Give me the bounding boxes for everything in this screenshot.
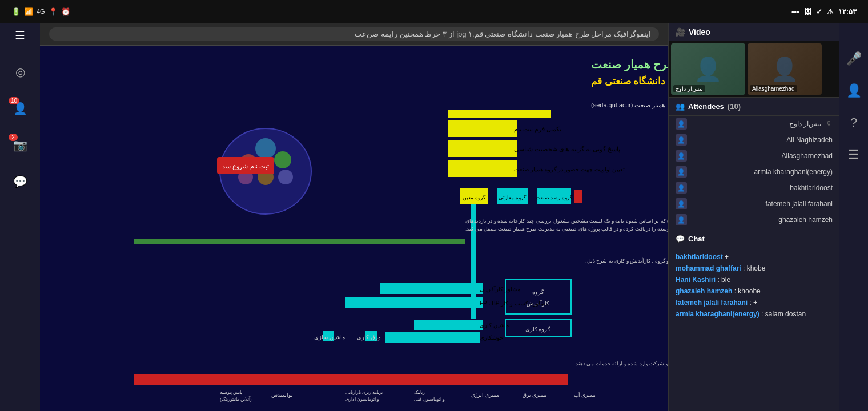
attendee-item-4: 👤 bakhtiaridoost [669, 180, 839, 196]
attendee-item-2: 👤 Aliasgharnezhad [669, 148, 839, 164]
menu-button[interactable]: ☰ [848, 147, 859, 162]
chat-messages: bakhtiaridoost + mohammad ghaffari : kho… [669, 248, 839, 411]
svg-rect-14 [448, 120, 517, 137]
svg-text:توانمندش: توانمندش [271, 392, 293, 398]
chat-icon: 💬 [13, 175, 27, 188]
attendee-name-5: fatemeh jalali farahani [692, 200, 833, 208]
svg-text:پایش پیوسته: پایش پیوسته [220, 390, 242, 395]
chat-text-5: : salam dostan [761, 310, 806, 318]
clock-display: ۱۲:۵۳ [838, 7, 857, 16]
left-sidebar: ☰ ◎ 10 👤 2 📷 💬 [0, 0, 40, 411]
attendee-name-3: armia kharaghani(energy) [692, 168, 833, 176]
svg-rect-18 [448, 160, 517, 177]
battery-icon: 🔋 [11, 7, 21, 16]
chat-text-4: : + [749, 299, 757, 307]
chat-sender-4: fatemeh jalali farahani [676, 299, 748, 307]
sidebar-item-menu[interactable]: ☰ [7, 23, 33, 48]
alarm-icon: ⏰ [61, 7, 70, 16]
status-bar: 🔋 📶 4G 📍 ⏰ ••• 🖼 ✓ ⚠ ۱۲:۵۳ [0, 0, 868, 23]
participant-name-1: یتس‌ار داوج [673, 85, 705, 92]
svg-text:استفاده از ظرفیت آزمایشگاهی و : استفاده از ظرفیت آزمایشگاهی و کارگاهی دا… [585, 257, 668, 264]
video-badge: 2 [9, 134, 18, 141]
svg-rect-35 [380, 283, 483, 294]
svg-text:گروه: گروه [532, 289, 544, 296]
attendee-name-6: ghazaleh hamzeh [692, 216, 833, 224]
help-button[interactable]: ? [850, 115, 857, 130]
microphone-button[interactable]: 🎤 [846, 51, 862, 66]
svg-text:جوشکاری: جوشکاری [480, 335, 503, 341]
svg-text:ورود به سایت همیار صنعت (seda.: ورود به سایت همیار صنعت (seda.qut.ac.ir) [591, 102, 668, 109]
svg-text:ثبت نام شروع شد: ثبت نام شروع شد [222, 163, 268, 170]
attendee-avatar-6: 👤 [676, 214, 687, 225]
attendee-name-4: bakhtiaridoost [692, 184, 833, 192]
4g-label: 4G [37, 8, 45, 15]
chat-message-0: bakhtiaridoost + [676, 253, 833, 261]
attendee-avatar-1: 👤 [676, 134, 687, 146]
svg-rect-43 [385, 332, 480, 342]
warning-icon: ⚠ [827, 7, 834, 16]
svg-text:مشاوره کسب و کار FP ، BP: مشاوره کسب و کار FP ، BP [480, 300, 548, 307]
chat-sender-0: bakhtiaridoost [676, 253, 723, 261]
sidebar-item-target[interactable]: ◎ [7, 59, 33, 84]
gallery-icon: 🖼 [804, 7, 811, 16]
svg-text:گروه رصد صنعت: گروه رصد صنعت [536, 194, 573, 201]
svg-text:ماشین کاری: ماشین کاری [480, 322, 509, 329]
chat-text-3: : khoobe [734, 287, 761, 295]
svg-rect-26 [574, 190, 582, 203]
chat-sender-5: armia kharaghani(energy) [676, 310, 760, 318]
chat-label: Chat [688, 235, 705, 243]
svg-text:میدان و مصاحبه با مدیران معضلا: میدان و مصاحبه با مدیران معضلات و طرح ها… [465, 226, 668, 232]
svg-text:مشاور کارآفرینی: مشاور کارآفرینی [480, 285, 520, 293]
attendees-label: Attendees [688, 102, 724, 111]
status-bar-left: 🔋 📶 4G 📍 ⏰ [11, 7, 70, 16]
attendee-avatar-5: 👤 [676, 198, 687, 209]
chat-message-1: mohammad ghaffari : khobe [676, 264, 833, 272]
video-thumb-2[interactable]: 👤 Aliasgharnezhad [748, 43, 822, 95]
video-camera-icon: 🎥 [676, 27, 685, 37]
svg-rect-50 [134, 374, 568, 385]
chat-message-2: Hani Kashiri : ble [676, 276, 833, 284]
more-icon: ••• [791, 7, 799, 16]
chat-message-4: fatemeh jalali farahani : + [676, 299, 833, 307]
video-header: 🎥 Video [669, 23, 839, 41]
svg-text:ورق کاری: ورق کاری [357, 334, 381, 341]
sidebar-item-people[interactable]: 10 👤 [7, 96, 33, 121]
attendees-header: 👥 Attendees (10) [669, 98, 839, 116]
sidebar-item-chat[interactable]: 💬 [7, 169, 33, 194]
svg-text:و اتوماسیون فنی: و اتوماسیون فنی [414, 397, 445, 402]
status-bar-right: ••• 🖼 ✓ ⚠ ۱۲:۵۳ [791, 7, 857, 16]
svg-rect-41 [414, 320, 483, 330]
video-thumb-1[interactable]: 👤 یتس‌ار داوج [671, 43, 745, 95]
attendees-count: (10) [728, 102, 741, 111]
attendee-avatar-2: 👤 [676, 150, 687, 162]
svg-text:ماشین سازی: ماشین سازی [314, 334, 345, 341]
video-section: 🎥 Video 👤 یتس‌ار داوج 👤 Aliasgharnezhad [669, 23, 839, 98]
person-button[interactable]: 👤 [846, 83, 862, 98]
chat-message-3: ghazaleh hamzeh : khoobe [676, 287, 833, 295]
location-icon: 📍 [49, 7, 58, 16]
chat-bubble-icon: 💬 [676, 235, 685, 243]
attendees-list: 👤 یتس‌ار داوج 🎙 👤 Ali Naghizadeh 👤 Alias… [669, 116, 839, 230]
svg-text:گروه کاری: گروه کاری [525, 326, 551, 333]
svg-rect-16 [448, 140, 517, 157]
svg-text:رباتیک: رباتیک [414, 390, 425, 395]
svg-text:ممیزی آب: ممیزی آب [574, 392, 596, 398]
chat-message-5: armia kharaghani(energy) : salam dostan [676, 310, 833, 318]
attendee-name-0: یتس‌ار داوج [692, 120, 821, 128]
main-content: اینفوگرافیک مراحل طرح همیار صنعت دانشگاه… [40, 23, 668, 411]
menu-icon: ☰ [15, 29, 25, 42]
chat-sender-1: mohammad ghaffari [676, 264, 741, 272]
svg-text:و اتوماسیون اداری: و اتوماسیون اداری [345, 397, 379, 402]
svg-text:ممیزی برق: ممیزی برق [523, 392, 546, 398]
attendees-icon: 👥 [676, 102, 685, 111]
right-icons: 🎤 👤 ? ☰ [839, 23, 868, 411]
mic-icon-0: 🎙 [826, 120, 833, 128]
chat-text-2: : ble [717, 276, 730, 284]
sidebar-item-video[interactable]: 2 📷 [7, 132, 33, 158]
video-thumbnails: 👤 یتس‌ار داوج 👤 Aliasgharnezhad [669, 41, 839, 97]
chat-sender-2: Hani Kashiri [676, 276, 716, 284]
svg-text:برنامه ریزی بازاریابی: برنامه ریزی بازاریابی [345, 390, 383, 395]
svg-rect-37 [345, 297, 483, 308]
svg-rect-28 [134, 239, 465, 244]
right-panel: 🎥 Video 👤 یتس‌ار داوج 👤 Aliasgharnezhad … [668, 23, 839, 411]
